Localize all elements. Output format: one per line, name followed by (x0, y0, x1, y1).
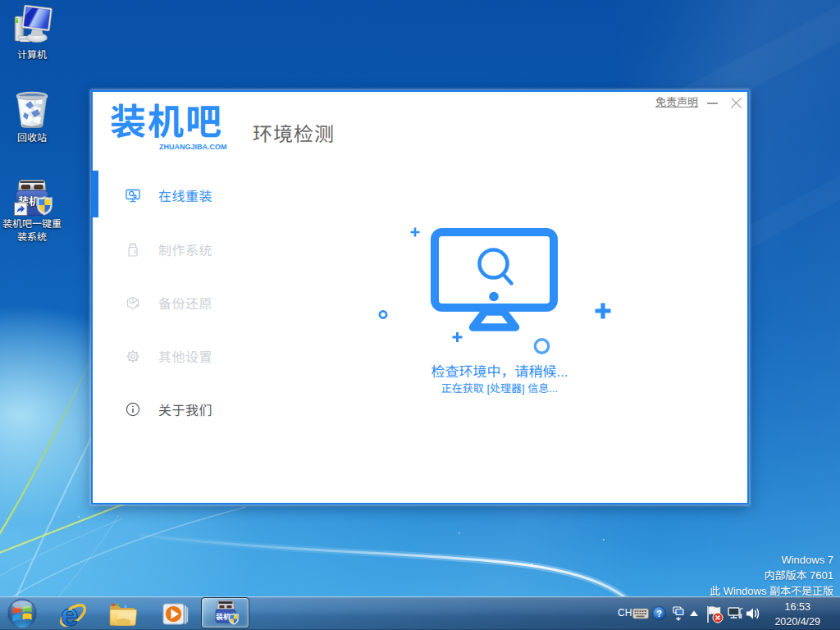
svg-text:装机: 装机 (216, 611, 231, 622)
svg-text:?: ? (656, 609, 662, 619)
